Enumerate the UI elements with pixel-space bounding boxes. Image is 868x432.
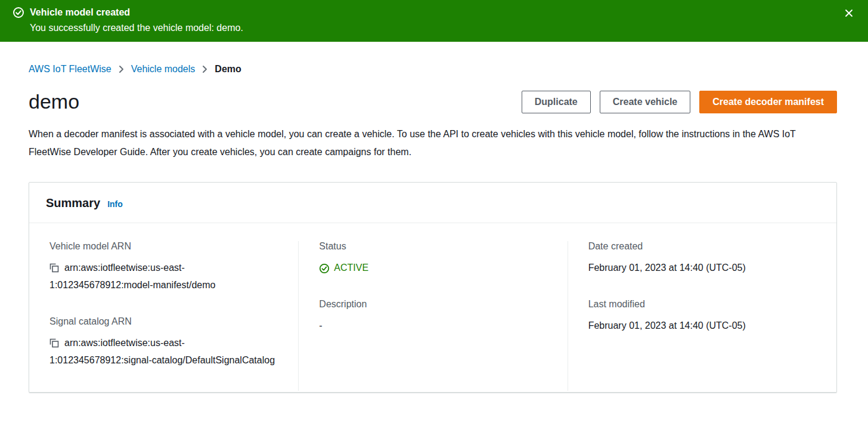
flashbar-message: You successfully created the vehicle mod…	[30, 23, 835, 33]
summary-column-status: Status ACTIVE Description -	[298, 241, 567, 391]
vehicle-model-arn-value: arn:aws:iotfleetwise:us-east-1:012345678…	[49, 263, 215, 290]
page-title: demo	[29, 90, 79, 113]
copy-signal-catalog-arn-button[interactable]	[49, 338, 59, 348]
date-created-field: Date created February 01, 2023 at 14:40 …	[588, 241, 821, 277]
info-link[interactable]: Info	[107, 199, 123, 209]
field-label: Status	[319, 241, 551, 252]
copy-vehicle-model-arn-button[interactable]	[49, 263, 59, 273]
breadcrumb-link-aws-iot-fleetwise[interactable]: AWS IoT FleetWise	[29, 64, 111, 75]
create-decoder-manifest-button[interactable]: Create decoder manifest	[699, 91, 837, 113]
summary-column-dates: Date created February 01, 2023 at 14:40 …	[568, 241, 836, 391]
status-field: Status ACTIVE	[319, 241, 551, 277]
signal-catalog-arn-field: Signal catalog ARN arn:aws:iotfleetwise:…	[49, 316, 283, 369]
status-badge: ACTIVE	[334, 260, 368, 277]
flashbar-close-button[interactable]	[842, 6, 856, 20]
last-modified-value: February 01, 2023 at 14:40 (UTC-05)	[588, 317, 821, 335]
create-vehicle-button[interactable]: Create vehicle	[600, 91, 691, 113]
header-actions: Duplicate Create vehicle Create decoder …	[522, 91, 837, 113]
summary-title: Summary	[46, 196, 100, 210]
signal-catalog-arn-value: arn:aws:iotfleetwise:us-east-1:012345678…	[49, 338, 275, 365]
field-label: Last modified	[588, 299, 821, 310]
success-flashbar: Vehicle model created You successfully c…	[0, 0, 868, 42]
page-header: demo Duplicate Create vehicle Create dec…	[29, 90, 837, 113]
summary-card: Summary Info Vehicle model ARN	[29, 182, 837, 393]
duplicate-button[interactable]: Duplicate	[522, 91, 591, 113]
field-label: Date created	[588, 241, 821, 252]
description-field: Description -	[319, 299, 551, 335]
summary-card-header: Summary Info	[29, 183, 836, 223]
copy-icon	[49, 266, 59, 274]
breadcrumb-current-page: Demo	[215, 64, 241, 75]
last-modified-field: Last modified February 01, 2023 at 14:40…	[588, 299, 821, 335]
date-created-value: February 01, 2023 at 14:40 (UTC-05)	[588, 260, 821, 277]
copy-icon	[49, 341, 59, 350]
flashbar-title: Vehicle model created	[30, 7, 130, 18]
vehicle-model-arn-field: Vehicle model ARN arn:aws:iotfleetwise:u…	[49, 241, 283, 294]
close-icon	[844, 11, 854, 20]
summary-card-body: Vehicle model ARN arn:aws:iotfleetwise:u…	[29, 223, 836, 392]
chevron-right-icon	[202, 65, 207, 73]
field-label: Vehicle model ARN	[49, 241, 283, 252]
page-description: When a decoder manifest is associated wi…	[29, 125, 822, 161]
success-check-circle-icon	[13, 7, 24, 18]
breadcrumb: AWS IoT FleetWise Vehicle models Demo	[29, 64, 837, 75]
main-content: AWS IoT FleetWise Vehicle models Demo de…	[0, 64, 868, 393]
status-active-check-icon	[319, 263, 330, 274]
field-label: Signal catalog ARN	[49, 316, 283, 327]
description-value: -	[319, 317, 551, 335]
summary-column-arns: Vehicle model ARN arn:aws:iotfleetwise:u…	[29, 241, 298, 391]
breadcrumb-link-vehicle-models[interactable]: Vehicle models	[131, 64, 196, 75]
field-label: Description	[319, 299, 551, 310]
chevron-right-icon	[119, 65, 124, 73]
